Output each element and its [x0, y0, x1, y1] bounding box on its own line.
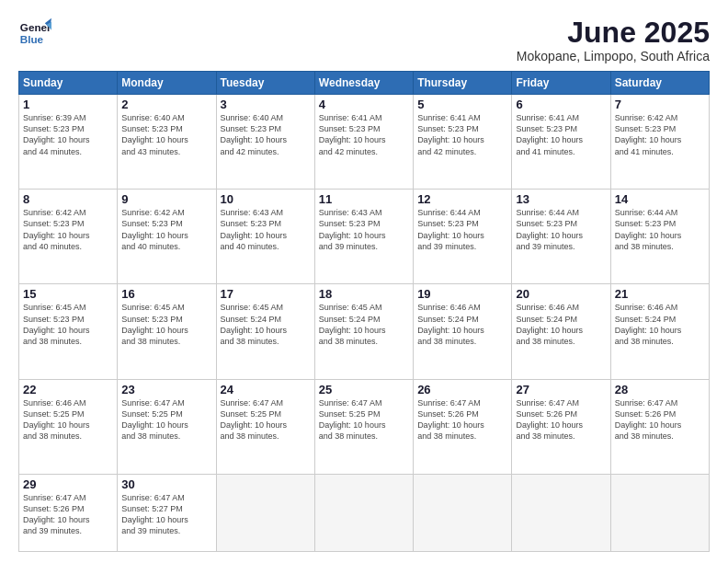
- table-row: 27Sunrise: 6:47 AM Sunset: 5:26 PM Dayli…: [512, 379, 610, 474]
- calendar-table: Sunday Monday Tuesday Wednesday Thursday…: [18, 71, 710, 552]
- day-number: 17: [221, 287, 311, 301]
- day-info: Sunrise: 6:45 AM Sunset: 5:24 PM Dayligh…: [319, 302, 409, 347]
- day-info: Sunrise: 6:46 AM Sunset: 5:24 PM Dayligh…: [615, 302, 705, 347]
- day-number: 8: [23, 192, 113, 206]
- day-info: Sunrise: 6:42 AM Sunset: 5:23 PM Dayligh…: [615, 112, 705, 157]
- day-info: Sunrise: 6:42 AM Sunset: 5:23 PM Dayligh…: [23, 207, 113, 252]
- day-info: Sunrise: 6:44 AM Sunset: 5:23 PM Dayligh…: [516, 207, 606, 252]
- table-row: 2Sunrise: 6:40 AM Sunset: 5:23 PM Daylig…: [118, 95, 216, 190]
- table-row: 4Sunrise: 6:41 AM Sunset: 5:23 PM Daylig…: [314, 95, 413, 190]
- day-number: 24: [221, 383, 311, 396]
- table-row: 23Sunrise: 6:47 AM Sunset: 5:25 PM Dayli…: [118, 379, 216, 474]
- day-number: 1: [23, 98, 113, 111]
- day-number: 16: [121, 287, 211, 301]
- table-row: [314, 474, 413, 551]
- day-info: Sunrise: 6:47 AM Sunset: 5:25 PM Dayligh…: [221, 397, 311, 442]
- header: General Blue June 2025 Mokopane, Limpopo…: [18, 17, 710, 63]
- calendar-row: 29Sunrise: 6:47 AM Sunset: 5:26 PM Dayli…: [19, 474, 710, 551]
- day-info: Sunrise: 6:43 AM Sunset: 5:23 PM Dayligh…: [221, 207, 311, 252]
- day-info: Sunrise: 6:47 AM Sunset: 5:27 PM Dayligh…: [121, 492, 211, 537]
- day-number: 29: [23, 477, 113, 491]
- day-number: 26: [417, 383, 507, 396]
- day-number: 12: [417, 192, 507, 206]
- header-friday: Friday: [512, 72, 610, 95]
- day-info: Sunrise: 6:44 AM Sunset: 5:23 PM Dayligh…: [615, 207, 705, 252]
- day-info: Sunrise: 6:47 AM Sunset: 5:26 PM Dayligh…: [516, 397, 606, 442]
- table-row: 9Sunrise: 6:42 AM Sunset: 5:23 PM Daylig…: [118, 190, 216, 284]
- table-row: [512, 474, 610, 551]
- header-sunday: Sunday: [19, 72, 118, 95]
- day-number: 30: [121, 477, 211, 491]
- calendar-row: 22Sunrise: 6:46 AM Sunset: 5:25 PM Dayli…: [19, 379, 710, 474]
- day-info: Sunrise: 6:41 AM Sunset: 5:23 PM Dayligh…: [417, 112, 507, 157]
- table-row: 1Sunrise: 6:39 AM Sunset: 5:23 PM Daylig…: [19, 95, 118, 190]
- day-number: 6: [516, 98, 606, 111]
- table-row: 20Sunrise: 6:46 AM Sunset: 5:24 PM Dayli…: [512, 284, 610, 379]
- day-number: 9: [121, 192, 211, 206]
- day-info: Sunrise: 6:40 AM Sunset: 5:23 PM Dayligh…: [221, 112, 311, 157]
- day-number: 5: [417, 98, 507, 111]
- table-row: 26Sunrise: 6:47 AM Sunset: 5:26 PM Dayli…: [414, 379, 512, 474]
- table-row: [610, 474, 709, 551]
- day-info: Sunrise: 6:47 AM Sunset: 5:26 PM Dayligh…: [615, 397, 705, 442]
- day-number: 13: [516, 192, 606, 206]
- day-number: 11: [319, 192, 409, 206]
- day-number: 14: [615, 192, 705, 206]
- day-info: Sunrise: 6:47 AM Sunset: 5:26 PM Dayligh…: [417, 397, 507, 442]
- day-number: 20: [516, 287, 606, 301]
- day-number: 15: [23, 287, 113, 301]
- table-row: 21Sunrise: 6:46 AM Sunset: 5:24 PM Dayli…: [610, 284, 709, 379]
- day-info: Sunrise: 6:46 AM Sunset: 5:24 PM Dayligh…: [516, 302, 606, 347]
- weekday-header-row: Sunday Monday Tuesday Wednesday Thursday…: [19, 72, 710, 95]
- calendar-row: 1Sunrise: 6:39 AM Sunset: 5:23 PM Daylig…: [19, 95, 710, 190]
- table-row: 6Sunrise: 6:41 AM Sunset: 5:23 PM Daylig…: [512, 95, 610, 190]
- day-number: 2: [121, 98, 211, 111]
- day-number: 19: [417, 287, 507, 301]
- table-row: 12Sunrise: 6:44 AM Sunset: 5:23 PM Dayli…: [414, 190, 512, 284]
- day-info: Sunrise: 6:43 AM Sunset: 5:23 PM Dayligh…: [319, 207, 409, 252]
- day-info: Sunrise: 6:42 AM Sunset: 5:23 PM Dayligh…: [121, 207, 211, 252]
- day-info: Sunrise: 6:40 AM Sunset: 5:23 PM Dayligh…: [121, 112, 211, 157]
- table-row: 17Sunrise: 6:45 AM Sunset: 5:24 PM Dayli…: [216, 284, 314, 379]
- header-wednesday: Wednesday: [314, 72, 413, 95]
- calendar-row: 8Sunrise: 6:42 AM Sunset: 5:23 PM Daylig…: [19, 190, 710, 284]
- table-row: 3Sunrise: 6:40 AM Sunset: 5:23 PM Daylig…: [216, 95, 314, 190]
- day-info: Sunrise: 6:46 AM Sunset: 5:24 PM Dayligh…: [417, 302, 507, 347]
- day-number: 21: [615, 287, 705, 301]
- table-row: 14Sunrise: 6:44 AM Sunset: 5:23 PM Dayli…: [610, 190, 709, 284]
- day-number: 23: [121, 383, 211, 396]
- day-info: Sunrise: 6:45 AM Sunset: 5:23 PM Dayligh…: [121, 302, 211, 347]
- table-row: [216, 474, 314, 551]
- table-row: 10Sunrise: 6:43 AM Sunset: 5:23 PM Dayli…: [216, 190, 314, 284]
- table-row: 28Sunrise: 6:47 AM Sunset: 5:26 PM Dayli…: [610, 379, 709, 474]
- table-row: 19Sunrise: 6:46 AM Sunset: 5:24 PM Dayli…: [414, 284, 512, 379]
- day-info: Sunrise: 6:45 AM Sunset: 5:24 PM Dayligh…: [221, 302, 311, 347]
- day-info: Sunrise: 6:47 AM Sunset: 5:25 PM Dayligh…: [121, 397, 211, 442]
- table-row: 29Sunrise: 6:47 AM Sunset: 5:26 PM Dayli…: [19, 474, 118, 551]
- table-row: 7Sunrise: 6:42 AM Sunset: 5:23 PM Daylig…: [610, 95, 709, 190]
- day-info: Sunrise: 6:46 AM Sunset: 5:25 PM Dayligh…: [23, 397, 113, 442]
- day-number: 4: [319, 98, 409, 111]
- table-row: 8Sunrise: 6:42 AM Sunset: 5:23 PM Daylig…: [19, 190, 118, 284]
- day-number: 25: [319, 383, 409, 396]
- calendar-row: 15Sunrise: 6:45 AM Sunset: 5:23 PM Dayli…: [19, 284, 710, 379]
- svg-text:Blue: Blue: [20, 33, 44, 45]
- logo-icon: General Blue: [18, 17, 51, 50]
- day-info: Sunrise: 6:47 AM Sunset: 5:26 PM Dayligh…: [23, 492, 113, 537]
- table-row: 5Sunrise: 6:41 AM Sunset: 5:23 PM Daylig…: [414, 95, 512, 190]
- day-info: Sunrise: 6:41 AM Sunset: 5:23 PM Dayligh…: [319, 112, 409, 157]
- day-number: 10: [221, 192, 311, 206]
- page: General Blue June 2025 Mokopane, Limpopo…: [0, 0, 728, 563]
- header-tuesday: Tuesday: [216, 72, 314, 95]
- table-row: 11Sunrise: 6:43 AM Sunset: 5:23 PM Dayli…: [314, 190, 413, 284]
- table-row: 24Sunrise: 6:47 AM Sunset: 5:25 PM Dayli…: [216, 379, 314, 474]
- day-number: 7: [615, 98, 705, 111]
- table-row: 18Sunrise: 6:45 AM Sunset: 5:24 PM Dayli…: [314, 284, 413, 379]
- table-row: [414, 474, 512, 551]
- day-number: 18: [319, 287, 409, 301]
- day-info: Sunrise: 6:47 AM Sunset: 5:25 PM Dayligh…: [319, 397, 409, 442]
- header-monday: Monday: [118, 72, 216, 95]
- logo: General Blue: [18, 17, 51, 50]
- day-info: Sunrise: 6:39 AM Sunset: 5:23 PM Dayligh…: [23, 112, 113, 157]
- day-info: Sunrise: 6:45 AM Sunset: 5:23 PM Dayligh…: [23, 302, 113, 347]
